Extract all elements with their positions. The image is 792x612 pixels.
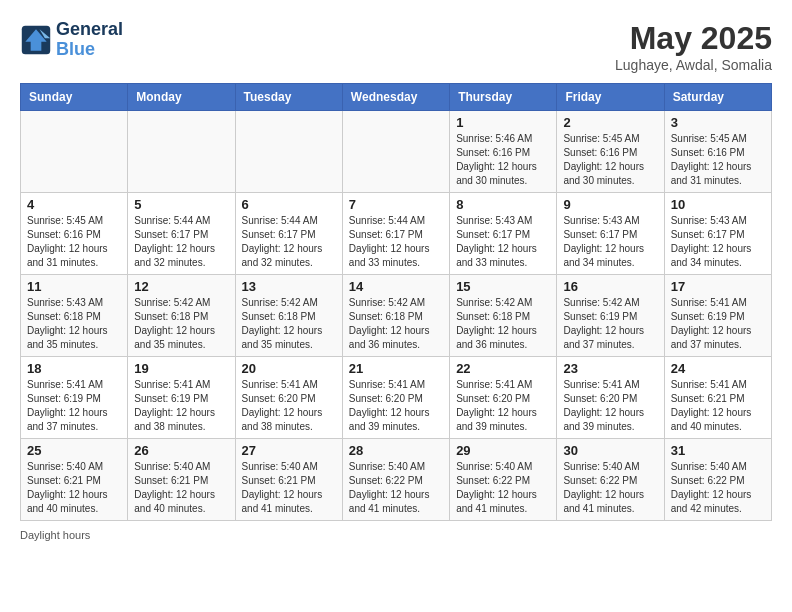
week-row-5: 25Sunrise: 5:40 AM Sunset: 6:21 PM Dayli… (21, 439, 772, 521)
week-row-4: 18Sunrise: 5:41 AM Sunset: 6:19 PM Dayli… (21, 357, 772, 439)
day-info: Sunrise: 5:41 AM Sunset: 6:20 PM Dayligh… (563, 378, 657, 434)
day-info: Sunrise: 5:41 AM Sunset: 6:19 PM Dayligh… (27, 378, 121, 434)
day-number: 16 (563, 279, 657, 294)
day-info: Sunrise: 5:41 AM Sunset: 6:21 PM Dayligh… (671, 378, 765, 434)
day-info: Sunrise: 5:43 AM Sunset: 6:17 PM Dayligh… (456, 214, 550, 270)
day-info: Sunrise: 5:45 AM Sunset: 6:16 PM Dayligh… (671, 132, 765, 188)
day-number: 28 (349, 443, 443, 458)
logo-icon (20, 24, 52, 56)
day-number: 21 (349, 361, 443, 376)
calendar-cell: 28Sunrise: 5:40 AM Sunset: 6:22 PM Dayli… (342, 439, 449, 521)
day-number: 25 (27, 443, 121, 458)
calendar-cell: 18Sunrise: 5:41 AM Sunset: 6:19 PM Dayli… (21, 357, 128, 439)
day-info: Sunrise: 5:41 AM Sunset: 6:20 PM Dayligh… (456, 378, 550, 434)
calendar-cell: 11Sunrise: 5:43 AM Sunset: 6:18 PM Dayli… (21, 275, 128, 357)
day-info: Sunrise: 5:45 AM Sunset: 6:16 PM Dayligh… (563, 132, 657, 188)
calendar-cell: 15Sunrise: 5:42 AM Sunset: 6:18 PM Dayli… (450, 275, 557, 357)
weekday-saturday: Saturday (664, 84, 771, 111)
calendar-cell (235, 111, 342, 193)
title-block: May 2025 Lughaye, Awdal, Somalia (615, 20, 772, 73)
day-number: 5 (134, 197, 228, 212)
calendar-cell: 6Sunrise: 5:44 AM Sunset: 6:17 PM Daylig… (235, 193, 342, 275)
calendar-table: SundayMondayTuesdayWednesdayThursdayFrid… (20, 83, 772, 521)
day-number: 23 (563, 361, 657, 376)
day-number: 11 (27, 279, 121, 294)
day-info: Sunrise: 5:43 AM Sunset: 6:18 PM Dayligh… (27, 296, 121, 352)
day-number: 19 (134, 361, 228, 376)
calendar-cell: 13Sunrise: 5:42 AM Sunset: 6:18 PM Dayli… (235, 275, 342, 357)
day-info: Sunrise: 5:45 AM Sunset: 6:16 PM Dayligh… (27, 214, 121, 270)
calendar-body: 1Sunrise: 5:46 AM Sunset: 6:16 PM Daylig… (21, 111, 772, 521)
day-info: Sunrise: 5:40 AM Sunset: 6:21 PM Dayligh… (134, 460, 228, 516)
day-number: 29 (456, 443, 550, 458)
month-title: May 2025 (615, 20, 772, 57)
day-info: Sunrise: 5:40 AM Sunset: 6:21 PM Dayligh… (242, 460, 336, 516)
calendar-cell: 24Sunrise: 5:41 AM Sunset: 6:21 PM Dayli… (664, 357, 771, 439)
calendar-cell: 30Sunrise: 5:40 AM Sunset: 6:22 PM Dayli… (557, 439, 664, 521)
calendar-cell: 20Sunrise: 5:41 AM Sunset: 6:20 PM Dayli… (235, 357, 342, 439)
calendar-cell: 26Sunrise: 5:40 AM Sunset: 6:21 PM Dayli… (128, 439, 235, 521)
weekday-thursday: Thursday (450, 84, 557, 111)
calendar-cell: 29Sunrise: 5:40 AM Sunset: 6:22 PM Dayli… (450, 439, 557, 521)
day-info: Sunrise: 5:40 AM Sunset: 6:22 PM Dayligh… (456, 460, 550, 516)
day-info: Sunrise: 5:44 AM Sunset: 6:17 PM Dayligh… (242, 214, 336, 270)
logo-line1: General (56, 20, 123, 40)
weekday-sunday: Sunday (21, 84, 128, 111)
calendar-cell: 5Sunrise: 5:44 AM Sunset: 6:17 PM Daylig… (128, 193, 235, 275)
calendar-cell: 27Sunrise: 5:40 AM Sunset: 6:21 PM Dayli… (235, 439, 342, 521)
day-info: Sunrise: 5:46 AM Sunset: 6:16 PM Dayligh… (456, 132, 550, 188)
calendar-cell: 19Sunrise: 5:41 AM Sunset: 6:19 PM Dayli… (128, 357, 235, 439)
calendar-header: SundayMondayTuesdayWednesdayThursdayFrid… (21, 84, 772, 111)
day-number: 15 (456, 279, 550, 294)
calendar-cell: 14Sunrise: 5:42 AM Sunset: 6:18 PM Dayli… (342, 275, 449, 357)
calendar-cell: 2Sunrise: 5:45 AM Sunset: 6:16 PM Daylig… (557, 111, 664, 193)
logo-line2: Blue (56, 40, 123, 60)
day-info: Sunrise: 5:42 AM Sunset: 6:18 PM Dayligh… (349, 296, 443, 352)
day-info: Sunrise: 5:42 AM Sunset: 6:19 PM Dayligh… (563, 296, 657, 352)
day-number: 9 (563, 197, 657, 212)
day-info: Sunrise: 5:40 AM Sunset: 6:21 PM Dayligh… (27, 460, 121, 516)
footer-note: Daylight hours (20, 529, 772, 541)
day-number: 27 (242, 443, 336, 458)
calendar-cell: 12Sunrise: 5:42 AM Sunset: 6:18 PM Dayli… (128, 275, 235, 357)
day-info: Sunrise: 5:42 AM Sunset: 6:18 PM Dayligh… (242, 296, 336, 352)
day-number: 22 (456, 361, 550, 376)
week-row-3: 11Sunrise: 5:43 AM Sunset: 6:18 PM Dayli… (21, 275, 772, 357)
calendar-cell: 9Sunrise: 5:43 AM Sunset: 6:17 PM Daylig… (557, 193, 664, 275)
day-info: Sunrise: 5:44 AM Sunset: 6:17 PM Dayligh… (349, 214, 443, 270)
day-number: 14 (349, 279, 443, 294)
calendar-cell: 10Sunrise: 5:43 AM Sunset: 6:17 PM Dayli… (664, 193, 771, 275)
calendar-cell: 7Sunrise: 5:44 AM Sunset: 6:17 PM Daylig… (342, 193, 449, 275)
logo-text: General Blue (56, 20, 123, 60)
weekday-wednesday: Wednesday (342, 84, 449, 111)
calendar-cell: 21Sunrise: 5:41 AM Sunset: 6:20 PM Dayli… (342, 357, 449, 439)
calendar-cell: 3Sunrise: 5:45 AM Sunset: 6:16 PM Daylig… (664, 111, 771, 193)
week-row-1: 1Sunrise: 5:46 AM Sunset: 6:16 PM Daylig… (21, 111, 772, 193)
calendar-cell: 4Sunrise: 5:45 AM Sunset: 6:16 PM Daylig… (21, 193, 128, 275)
day-number: 3 (671, 115, 765, 130)
day-number: 2 (563, 115, 657, 130)
day-info: Sunrise: 5:40 AM Sunset: 6:22 PM Dayligh… (563, 460, 657, 516)
page-header: General Blue May 2025 Lughaye, Awdal, So… (20, 20, 772, 73)
day-info: Sunrise: 5:41 AM Sunset: 6:20 PM Dayligh… (242, 378, 336, 434)
day-number: 10 (671, 197, 765, 212)
day-number: 31 (671, 443, 765, 458)
day-number: 13 (242, 279, 336, 294)
day-info: Sunrise: 5:40 AM Sunset: 6:22 PM Dayligh… (671, 460, 765, 516)
day-info: Sunrise: 5:43 AM Sunset: 6:17 PM Dayligh… (671, 214, 765, 270)
week-row-2: 4Sunrise: 5:45 AM Sunset: 6:16 PM Daylig… (21, 193, 772, 275)
calendar-cell: 25Sunrise: 5:40 AM Sunset: 6:21 PM Dayli… (21, 439, 128, 521)
day-info: Sunrise: 5:42 AM Sunset: 6:18 PM Dayligh… (456, 296, 550, 352)
weekday-monday: Monday (128, 84, 235, 111)
day-info: Sunrise: 5:43 AM Sunset: 6:17 PM Dayligh… (563, 214, 657, 270)
day-number: 12 (134, 279, 228, 294)
calendar-cell (342, 111, 449, 193)
weekday-friday: Friday (557, 84, 664, 111)
calendar-cell (21, 111, 128, 193)
day-number: 4 (27, 197, 121, 212)
day-number: 18 (27, 361, 121, 376)
day-number: 20 (242, 361, 336, 376)
weekday-header-row: SundayMondayTuesdayWednesdayThursdayFrid… (21, 84, 772, 111)
day-number: 17 (671, 279, 765, 294)
day-info: Sunrise: 5:41 AM Sunset: 6:19 PM Dayligh… (134, 378, 228, 434)
